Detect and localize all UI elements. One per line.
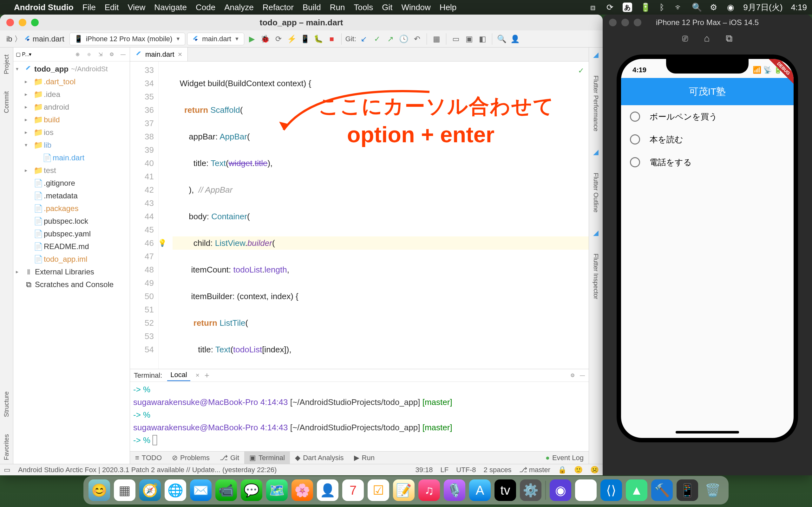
- menu-view[interactable]: View: [128, 3, 145, 12]
- undo-button[interactable]: ↶: [411, 33, 423, 45]
- tree-item--idea[interactable]: ▸📁.idea: [13, 88, 130, 101]
- stop-button[interactable]: ■: [326, 33, 338, 45]
- tree-item-README-md[interactable]: 📄README.md: [13, 240, 130, 253]
- menu-analyze[interactable]: Analyze: [224, 3, 254, 12]
- sdk-manager-button[interactable]: ▣: [463, 33, 475, 45]
- layout-inspector-button[interactable]: ▭: [450, 33, 461, 45]
- todo-item-0[interactable]: ボールペンを買う: [621, 105, 794, 128]
- menubar-time[interactable]: 4:19: [791, 3, 807, 12]
- safari-icon[interactable]: 🧭: [139, 480, 161, 501]
- coverage-button[interactable]: ⟳: [273, 33, 284, 45]
- problems-tab[interactable]: ⊘ Problems: [167, 452, 215, 464]
- menu-edit[interactable]: Edit: [105, 3, 119, 12]
- dropbox-icon[interactable]: ⧈: [589, 3, 597, 12]
- tree-item-todo_app-iml[interactable]: 📄todo_app.iml: [13, 253, 130, 266]
- terminal-hide-icon[interactable]: —: [580, 373, 585, 378]
- vscode-icon[interactable]: ⟨⟩: [600, 480, 622, 501]
- music-icon[interactable]: ♫: [418, 480, 440, 501]
- flutter-performance-tab[interactable]: Flutter Performance: [591, 72, 601, 135]
- slack-icon[interactable]: #: [575, 480, 597, 501]
- flutter-inspector-tab[interactable]: Flutter Inspector: [591, 250, 601, 303]
- terminal-add-tab-button[interactable]: +: [205, 371, 209, 380]
- home-indicator[interactable]: [676, 431, 739, 434]
- mail-icon[interactable]: ✉️: [190, 480, 212, 501]
- hide-panel-icon[interactable]: —: [119, 50, 127, 59]
- copy-icon[interactable]: ⧉: [726, 33, 732, 44]
- face-sad-icon[interactable]: ☹️: [590, 466, 599, 474]
- battery-icon[interactable]: 🔋: [641, 3, 649, 12]
- tv-icon[interactable]: tv: [495, 480, 516, 501]
- wifi-icon[interactable]: ᯤ: [675, 3, 683, 12]
- lock-icon[interactable]: 🔒: [558, 466, 566, 474]
- indent-setting[interactable]: 2 spaces: [484, 466, 512, 474]
- run-tab[interactable]: ▶ Run: [349, 452, 380, 464]
- menu-refactor[interactable]: Refactor: [263, 3, 294, 12]
- status-message[interactable]: Android Studio Arctic Fox | 2020.3.1 Pat…: [18, 466, 276, 474]
- status-notification-icon[interactable]: ▭: [4, 466, 10, 474]
- chrome-icon[interactable]: 🌐: [165, 480, 186, 501]
- terminal-tab-close-icon[interactable]: ✕: [195, 372, 200, 378]
- menu-run[interactable]: Run: [330, 3, 345, 12]
- sim-maximize-button[interactable]: [634, 19, 641, 26]
- ime-indicator[interactable]: あ: [623, 3, 632, 12]
- todo-item-2[interactable]: 電話をする: [621, 151, 794, 174]
- settings-icon[interactable]: ⚙️: [520, 480, 542, 501]
- home-icon[interactable]: ⌂: [704, 33, 710, 44]
- terminal-tab[interactable]: ▣ Terminal: [244, 452, 290, 464]
- tree-item-test[interactable]: ▸📁test: [13, 164, 130, 177]
- face-happy-icon[interactable]: 🙂: [574, 466, 583, 474]
- menu-tools[interactable]: Tools: [354, 3, 373, 12]
- radio-icon[interactable]: [630, 157, 640, 167]
- tree-item-lib[interactable]: ▾📁lib: [13, 139, 130, 152]
- git-commit-button[interactable]: ✓: [371, 33, 383, 45]
- bluetooth-icon[interactable]: ᛒ: [658, 3, 666, 12]
- structure-tool-tab[interactable]: Structure: [2, 388, 11, 421]
- screenshot-icon[interactable]: ⎚: [682, 33, 688, 44]
- android-studio-icon[interactable]: ▲: [626, 480, 647, 501]
- encoding[interactable]: UTF-8: [456, 466, 476, 474]
- menu-code[interactable]: Code: [196, 3, 215, 12]
- resource-manager-button[interactable]: ◧: [477, 33, 488, 45]
- terminal-output[interactable]: -> % sugawarakensuke@MacBook-Pro 4:14:43…: [130, 382, 589, 451]
- menu-help[interactable]: Help: [440, 3, 456, 12]
- window-maximize-button[interactable]: [31, 19, 39, 26]
- expand-all-icon[interactable]: ≑: [85, 50, 93, 59]
- debug-button[interactable]: 🐞: [259, 33, 271, 45]
- radio-icon[interactable]: [630, 112, 640, 122]
- tree-item-pubspec-lock[interactable]: 📄pubspec.lock: [13, 215, 130, 228]
- hot-reload-button[interactable]: ⚡: [286, 33, 298, 45]
- tree-item-build[interactable]: ▸📁build: [13, 113, 130, 126]
- breadcrumb[interactable]: ib〉 main.dart: [3, 33, 67, 45]
- device-selector[interactable]: 📱 iPhone 12 Pro Max (mobile) ▼: [69, 33, 186, 45]
- favorites-tool-tab[interactable]: Favorites: [2, 430, 11, 464]
- xcode-icon[interactable]: 🔨: [651, 480, 673, 501]
- trash-icon[interactable]: 🗑️: [702, 480, 723, 501]
- contacts-icon[interactable]: 👤: [317, 480, 339, 501]
- profile-button[interactable]: 🐛: [313, 33, 324, 45]
- todo-tab[interactable]: ≡ TODO: [130, 452, 167, 464]
- spotlight-icon[interactable]: 🔍: [692, 3, 701, 12]
- close-tab-icon[interactable]: ✕: [177, 51, 183, 58]
- podcasts-icon[interactable]: 🎙️: [444, 480, 465, 501]
- commit-tool-tab[interactable]: Commit: [2, 88, 11, 117]
- avd-manager-button[interactable]: ▦: [431, 33, 442, 45]
- tree-item-pubspec-yaml[interactable]: 📄pubspec.yaml: [13, 228, 130, 240]
- siri-icon[interactable]: ◉: [726, 3, 735, 12]
- calendar-icon[interactable]: 7: [342, 480, 364, 501]
- attach-debugger-button[interactable]: 📱: [299, 33, 311, 45]
- cursor-position[interactable]: 39:18: [415, 466, 433, 474]
- git-pull-button[interactable]: ↙: [358, 33, 369, 45]
- settings-icon[interactable]: ⚙: [107, 50, 116, 59]
- menu-navigate[interactable]: Navigate: [154, 3, 187, 12]
- sim-close-button[interactable]: [609, 19, 617, 26]
- phone-screen[interactable]: DEBUG 4:19 📶 📡 🔋 可茂IT塾 ボールペンを買う 本を読む 電話を…: [621, 59, 794, 438]
- terminal-settings-icon[interactable]: ⚙: [570, 372, 575, 378]
- menubar-date[interactable]: 9月7日(火): [743, 2, 782, 13]
- todo-item-1[interactable]: 本を読む: [621, 128, 794, 151]
- tree-item--packages[interactable]: 📄.packages: [13, 202, 130, 215]
- run-button[interactable]: ▶: [246, 33, 258, 45]
- facetime-icon[interactable]: 📹: [215, 480, 237, 501]
- git-branch[interactable]: ⎇ master: [519, 466, 550, 474]
- tree-item--gitignore[interactable]: 📄.gitignore: [13, 177, 130, 189]
- tree-item--metadata[interactable]: 📄.metadata: [13, 189, 130, 202]
